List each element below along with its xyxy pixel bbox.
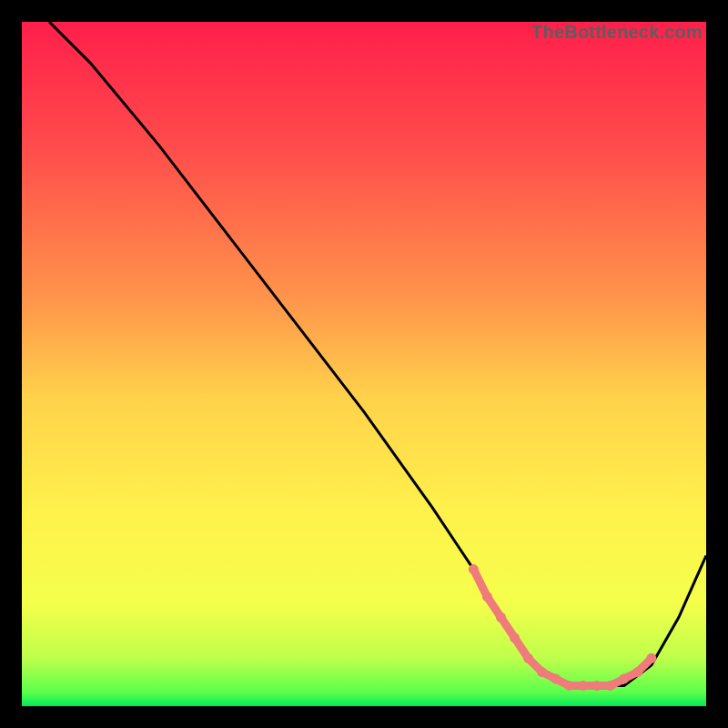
optimal-range-dot xyxy=(496,612,506,622)
optimal-range-dot xyxy=(632,667,642,677)
optimal-range-dot xyxy=(578,681,588,691)
optimal-range-dot xyxy=(564,681,574,691)
optimal-range-dot xyxy=(605,681,615,691)
optimal-range-dot xyxy=(537,667,547,677)
optimal-range-dot xyxy=(523,653,533,663)
optimal-range-dot xyxy=(551,673,561,683)
optimal-range-dot xyxy=(619,673,629,683)
chart-frame: TheBottleneck.com xyxy=(22,22,706,706)
optimal-range-dot xyxy=(482,592,492,602)
optimal-range-dot xyxy=(510,632,520,642)
optimal-range-dot xyxy=(592,681,602,691)
optimal-range-dot xyxy=(469,564,479,574)
optimal-range-dot xyxy=(646,653,656,663)
chart-background-gradient xyxy=(22,22,706,706)
watermark-text: TheBottleneck.com xyxy=(531,22,703,43)
chart-plot xyxy=(22,22,706,706)
